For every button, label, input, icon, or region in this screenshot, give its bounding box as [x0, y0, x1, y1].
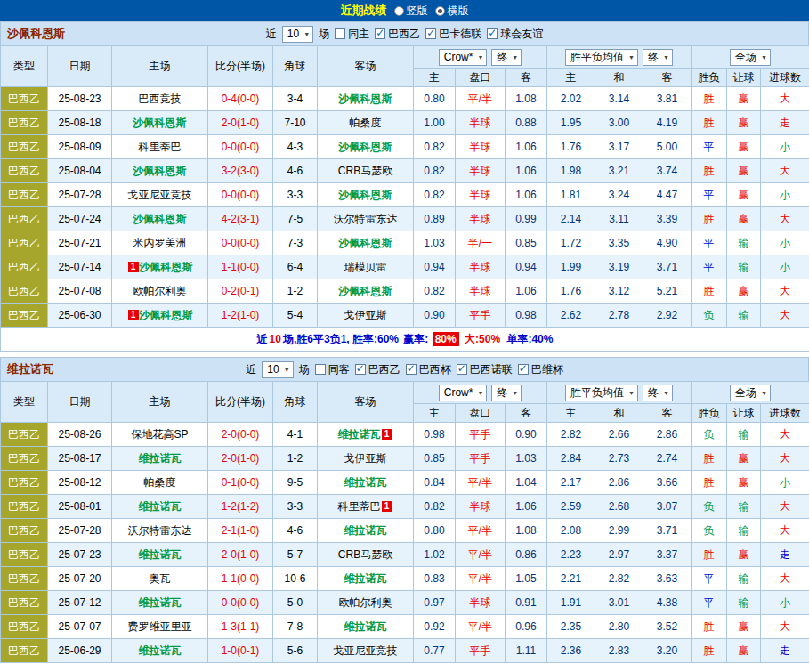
team-link[interactable]: 维拉诺瓦 [344, 524, 387, 537]
filter-checkbox-0[interactable]: 同客 [315, 362, 350, 377]
team-link[interactable]: 沙佩科恩斯 [339, 141, 392, 153]
filter-checkbox-3[interactable]: 球会友谊 [487, 27, 543, 42]
team-name[interactable]: 沙佩科恩斯 [7, 26, 65, 42]
team-link[interactable]: 戈亚尼亚竞技 [128, 189, 192, 201]
filter-checkbox-2[interactable]: 巴西杯 [406, 362, 451, 377]
odds-final-select[interactable]: 终▼ [491, 385, 522, 401]
team-name[interactable]: 维拉诺瓦 [7, 361, 53, 377]
scope-select[interactable]: 全场▼ [730, 385, 771, 401]
odds-final-select[interactable]: 终▼ [491, 49, 522, 66]
avg-type-select[interactable]: 胜平负均值▼ [565, 49, 638, 66]
team-link[interactable]: 维拉诺瓦 [139, 644, 182, 657]
team-link[interactable]: 戈伊亚斯 [344, 309, 387, 321]
team-link[interactable]: 沃尔特雷东达 [128, 524, 192, 537]
odds-company-select[interactable]: Crow*▼ [439, 385, 488, 401]
type-cell[interactable]: 巴西乙 [1, 423, 48, 447]
team-link[interactable]: 瑞模贝雷 [344, 261, 387, 273]
team-link[interactable]: CRB马瑟欧 [338, 548, 392, 561]
team-link[interactable]: 沙佩科恩斯 [133, 165, 187, 177]
type-cell[interactable]: 巴西乙 [1, 231, 48, 255]
type-cell[interactable]: 巴西乙 [1, 159, 48, 183]
team-link[interactable]: 维拉诺瓦 [139, 452, 182, 465]
filter-checkbox-1[interactable]: 巴西乙 [355, 362, 400, 377]
column-header: 比分(半场) [208, 46, 273, 87]
team-link[interactable]: 维拉诺瓦 [139, 548, 182, 561]
type-cell[interactable]: 巴西乙 [1, 279, 48, 304]
team-link[interactable]: 欧帕尔利奥 [133, 285, 187, 297]
team-link[interactable]: 沙佩科恩斯 [339, 237, 392, 249]
layout-radio-vertical[interactable]: 竖版 [394, 4, 428, 19]
date-cell: 25-07-20 [48, 567, 112, 591]
scope-select[interactable]: 全场▼ [730, 49, 771, 66]
team-link[interactable]: 沙佩科恩斯 [339, 285, 392, 297]
chevron-down-icon: ▼ [303, 31, 310, 37]
team-link[interactable]: 帕桑度 [350, 117, 382, 129]
team-link[interactable]: 欧帕尔利奥 [339, 596, 392, 609]
team-link[interactable]: 维拉诺瓦 [338, 428, 381, 441]
avg-home-cell: 1.98 [547, 159, 595, 183]
match-count-select[interactable]: 10▼ [262, 361, 293, 378]
team-link[interactable]: 科里蒂巴 [139, 141, 182, 153]
result-cell: 平 [692, 567, 727, 591]
subcolumn-header: 胜负 [692, 69, 727, 87]
type-cell[interactable]: 巴西乙 [1, 304, 48, 328]
type-cell[interactable]: 巴西乙 [1, 519, 48, 543]
team-link[interactable]: 维拉诺瓦 [139, 596, 182, 609]
team-link[interactable]: 沃尔特雷东达 [334, 213, 398, 225]
radio-icon [435, 6, 445, 16]
type-cell[interactable]: 巴西乙 [1, 567, 48, 591]
type-cell[interactable]: 巴西乙 [1, 207, 48, 231]
filter-checkbox-3[interactable]: 巴西诺联 [457, 362, 513, 377]
team-link[interactable]: 维拉诺瓦 [139, 500, 182, 513]
team-link[interactable]: 沙佩科恩斯 [140, 309, 193, 321]
type-cell[interactable]: 巴西乙 [1, 471, 48, 495]
column-header: 日期 [48, 46, 112, 87]
team-link[interactable]: 费罗维亚里亚 [128, 620, 192, 633]
avg-final-select[interactable]: 终▼ [643, 49, 673, 66]
team-link[interactable]: 维拉诺瓦 [344, 572, 387, 585]
results-table: 类型日期主场比分(半场)角球客场Crow*▼终▼胜平负均值▼终▼全场▼主盘口客主… [0, 45, 809, 352]
team-link[interactable]: 奥瓦 [150, 572, 171, 585]
team-link[interactable]: 沙佩科恩斯 [140, 261, 193, 273]
team-link[interactable]: 戈伊亚斯 [344, 452, 387, 465]
team-link[interactable]: 沙佩科恩斯 [133, 117, 187, 129]
team-link[interactable]: 米内罗美洲 [133, 237, 187, 249]
type-cell[interactable]: 巴西乙 [1, 495, 48, 519]
team-link[interactable]: 沙佩科恩斯 [339, 189, 392, 201]
filter-checkbox-4[interactable]: 巴维杯 [518, 362, 563, 377]
team-link[interactable]: 戈亚尼亚竞技 [334, 644, 398, 657]
team-link[interactable]: 维拉诺瓦 [344, 620, 387, 633]
odds-company-select[interactable]: Crow*▼ [439, 49, 488, 66]
corner-cell: 7-8 [273, 615, 318, 639]
team-link[interactable]: 保地花高SP [131, 428, 188, 441]
type-cell[interactable]: 巴西乙 [1, 615, 48, 639]
team-link[interactable]: 帕桑度 [144, 476, 176, 489]
type-cell[interactable]: 巴西乙 [1, 447, 48, 471]
avg-final-select[interactable]: 终▼ [643, 385, 673, 401]
type-cell[interactable]: 巴西乙 [1, 591, 48, 615]
match-count-select[interactable]: 10▼ [282, 26, 313, 43]
avg-type-select[interactable]: 胜平负均值▼ [565, 385, 638, 401]
avg-away-cell: 3.63 [643, 567, 692, 591]
layout-radio-horizontal[interactable]: 横版 [435, 4, 469, 19]
scope-select-value: 全场 [735, 385, 756, 401]
team-link[interactable]: CRB马瑟欧 [338, 165, 392, 177]
filter-checkbox-2[interactable]: 巴卡德联 [425, 27, 481, 42]
type-cell[interactable]: 巴西乙 [1, 111, 48, 135]
team-link[interactable]: 科里蒂巴 [338, 500, 381, 513]
type-cell[interactable]: 巴西乙 [1, 135, 48, 159]
team-link[interactable]: 沙佩科恩斯 [133, 213, 187, 225]
type-cell[interactable]: 巴西乙 [1, 639, 48, 663]
filter-checkbox-1[interactable]: 巴西乙 [375, 27, 420, 42]
away-team-cell: 戈伊亚斯 [318, 304, 414, 328]
filter-checkbox-0[interactable]: 同主 [335, 27, 369, 42]
type-cell[interactable]: 巴西乙 [1, 543, 48, 567]
team-link[interactable]: 维拉诺瓦 [344, 476, 387, 489]
type-cell[interactable]: 巴西乙 [1, 255, 48, 279]
odds-header-controls: Crow*▼终▼ [414, 385, 546, 401]
team-link[interactable]: 巴西竞技 [139, 93, 182, 105]
type-cell[interactable]: 巴西乙 [1, 183, 48, 207]
team-link[interactable]: 沙佩科恩斯 [339, 93, 392, 105]
corner-cell: 5-6 [273, 639, 318, 663]
type-cell[interactable]: 巴西乙 [1, 87, 48, 111]
